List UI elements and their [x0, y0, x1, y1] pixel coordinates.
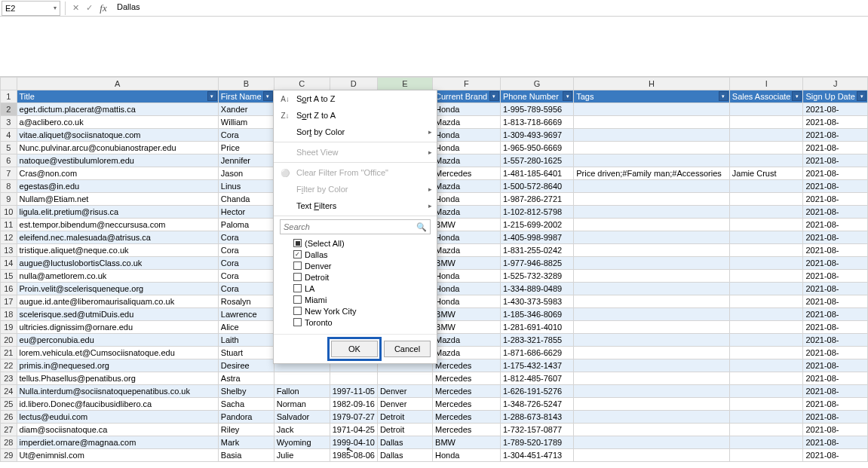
cell[interactable]: Jamie Crust: [729, 167, 803, 180]
cell[interactable]: 2021-08-: [803, 424, 868, 436]
row-22[interactable]: 22: [1, 359, 17, 372]
cell[interactable]: [574, 257, 730, 270]
cell[interactable]: [574, 206, 730, 219]
cell[interactable]: augue@luctuslobortisClass.co.uk: [17, 257, 218, 270]
cell[interactable]: 2021-08-: [803, 142, 868, 154]
cell[interactable]: Alice: [218, 321, 274, 334]
cell[interactable]: id.libero.Donec@faucibusidlibero.ca: [17, 398, 218, 411]
cell[interactable]: Proin.velit@scelerisqueneque.org: [17, 283, 218, 295]
cell[interactable]: 1999-04-10: [330, 436, 377, 449]
cell[interactable]: [729, 103, 803, 116]
header-brand[interactable]: Current Brand▾: [433, 90, 501, 103]
cell[interactable]: [574, 244, 730, 257]
cell[interactable]: Paloma: [218, 219, 274, 231]
row-19[interactable]: 19: [1, 321, 17, 334]
cancel-formula-icon[interactable]: ✕: [69, 3, 82, 13]
cell[interactable]: [574, 231, 730, 244]
cell[interactable]: 2021-08-: [803, 193, 868, 206]
cell[interactable]: Stuart: [218, 347, 274, 359]
cell[interactable]: 1-430-373-5983: [500, 295, 573, 308]
filter-item[interactable]: (Select All): [280, 237, 431, 249]
filter-item[interactable]: Denver: [280, 260, 431, 271]
cell[interactable]: Salvador: [274, 411, 330, 424]
cell[interactable]: 1-525-732-3289: [500, 270, 573, 283]
cell[interactable]: 1971-04-25: [330, 424, 377, 436]
cell[interactable]: 1-789-520-1789: [500, 436, 573, 449]
filter-dropdown-icon[interactable]: ▾: [857, 91, 866, 101]
checkbox-icon[interactable]: [293, 262, 302, 270]
cell[interactable]: 2021-08-: [803, 257, 868, 270]
spreadsheet-grid[interactable]: A B C D E F G H I J 1 Title▾ First Name▾…: [0, 77, 868, 462]
cell[interactable]: 2021-08-: [803, 244, 868, 257]
cell[interactable]: [729, 449, 803, 462]
cell[interactable]: Shelby: [218, 385, 274, 398]
cell[interactable]: Nulla.interdum@sociisnatoquepenatibus.co…: [17, 385, 218, 398]
cell[interactable]: 2021-08-: [803, 116, 868, 129]
row-17[interactable]: 17: [1, 295, 17, 308]
col-I[interactable]: I: [729, 78, 803, 90]
cell[interactable]: [574, 347, 730, 359]
cell[interactable]: [729, 231, 803, 244]
cell[interactable]: Honda: [433, 103, 501, 116]
cell[interactable]: Laith: [218, 334, 274, 347]
cell[interactable]: Cora: [218, 270, 274, 283]
cell[interactable]: 2021-08-: [803, 219, 868, 231]
cell[interactable]: Wyoming: [274, 436, 330, 449]
cell[interactable]: [574, 129, 730, 142]
cell[interactable]: Cora: [218, 244, 274, 257]
cell[interactable]: 2021-08-: [803, 206, 868, 219]
cell[interactable]: 1-215-699-2002: [500, 219, 573, 231]
cell[interactable]: Ut@enimnisl.com: [17, 449, 218, 462]
row-2[interactable]: 2: [1, 103, 17, 116]
cell[interactable]: eget.dictum.placerat@mattis.ca: [17, 103, 218, 116]
cell[interactable]: William: [218, 116, 274, 129]
cell[interactable]: Jennifer: [218, 154, 274, 167]
cell[interactable]: [574, 359, 730, 372]
cell[interactable]: [377, 372, 432, 385]
row-12[interactable]: 12: [1, 231, 17, 244]
cell[interactable]: [729, 347, 803, 359]
row-14[interactable]: 14: [1, 257, 17, 270]
cell[interactable]: 1-348-726-5247: [500, 398, 573, 411]
row-29[interactable]: 29: [1, 449, 17, 462]
cell[interactable]: 1985-08-06: [330, 449, 377, 462]
cell[interactable]: imperdiet.ornare@magnaa.com: [17, 436, 218, 449]
cell[interactable]: est.tempor.bibendum@neccursusa.com: [17, 219, 218, 231]
sort-by-color[interactable]: Sort by Color: [274, 124, 437, 140]
cell[interactable]: [729, 359, 803, 372]
cell[interactable]: 1-175-432-1437: [500, 359, 573, 372]
cell[interactable]: [574, 154, 730, 167]
cell[interactable]: Honda: [433, 270, 501, 283]
row-4[interactable]: 4: [1, 129, 17, 142]
cell[interactable]: BMW: [433, 436, 501, 449]
cell[interactable]: Cora: [218, 129, 274, 142]
filter-dropdown-icon[interactable]: ▾: [792, 91, 802, 101]
cell[interactable]: 1-965-950-6669: [500, 142, 573, 154]
cell[interactable]: 2021-08-: [803, 129, 868, 142]
row-9[interactable]: 9: [1, 193, 17, 206]
cell[interactable]: 2021-08-: [803, 167, 868, 180]
cell[interactable]: Mazda: [433, 116, 501, 129]
cell[interactable]: [574, 385, 730, 398]
cell[interactable]: Honda: [433, 449, 501, 462]
cell[interactable]: [729, 334, 803, 347]
cell[interactable]: [729, 219, 803, 231]
cell[interactable]: 2021-08-: [803, 154, 868, 167]
cell[interactable]: 2021-08-: [803, 436, 868, 449]
row-27[interactable]: 27: [1, 424, 17, 436]
cell[interactable]: 1-557-280-1625: [500, 154, 573, 167]
cell[interactable]: 2021-08-: [803, 385, 868, 398]
row-21[interactable]: 21: [1, 347, 17, 359]
cell[interactable]: [574, 193, 730, 206]
filter-search-input[interactable]: [284, 222, 416, 231]
cell[interactable]: [729, 372, 803, 385]
cell[interactable]: [574, 308, 730, 321]
row-10[interactable]: 10: [1, 206, 17, 219]
cell[interactable]: 1-732-157-0877: [500, 424, 573, 436]
cell[interactable]: 1-304-451-4713: [500, 449, 573, 462]
cell[interactable]: Price: [218, 142, 274, 154]
cell[interactable]: Desiree: [218, 359, 274, 372]
col-C[interactable]: C: [274, 78, 330, 90]
cell[interactable]: [574, 180, 730, 193]
row-8[interactable]: 8: [1, 180, 17, 193]
